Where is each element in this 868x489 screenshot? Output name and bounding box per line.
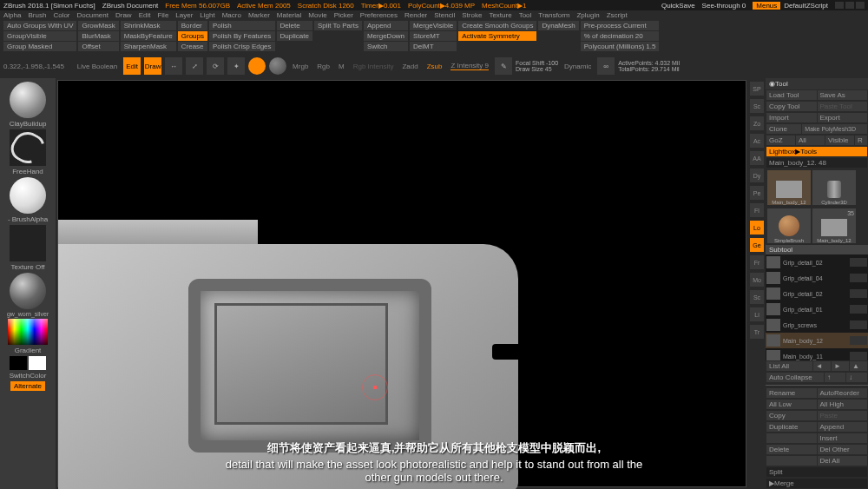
swatch-black[interactable] [10, 356, 27, 370]
menu-layer[interactable]: Layer [175, 11, 193, 19]
copy[interactable]: Copy [766, 411, 817, 420]
quicksave[interactable]: QuickSave [661, 2, 695, 10]
goz-all[interactable]: All [796, 135, 825, 145]
strip-dynamic[interactable]: Dy [750, 169, 764, 182]
seethrough[interactable]: See-through 0 [702, 2, 746, 10]
menu-stencil[interactable]: Stencil [434, 11, 455, 19]
strip-zoom[interactable]: Zo [750, 116, 764, 130]
gizmo-button[interactable]: ✦ [227, 57, 245, 75]
shelf-mergevisible[interactable]: MergeVisible [410, 21, 457, 30]
menu-transform[interactable]: Transform [538, 11, 569, 19]
menu-texture[interactable]: Texture [489, 11, 511, 19]
alternate-button[interactable]: Alternate [10, 381, 45, 391]
live-boolean[interactable]: Live Boolean [77, 63, 117, 70]
del-other[interactable]: Del Other [818, 445, 868, 454]
edit-button[interactable]: Edit [123, 57, 141, 75]
duplicate[interactable]: Duplicate [766, 422, 817, 432]
brush-icon[interactable]: ✎ [495, 57, 512, 75]
tool-thumb-1[interactable]: Cylinder3D [812, 170, 856, 205]
strip-floor[interactable]: Fl [750, 203, 764, 217]
menu-color[interactable]: Color [53, 11, 69, 19]
save-as[interactable]: Save As [818, 90, 868, 100]
strip-scal3d[interactable]: Sc [750, 290, 764, 304]
lightbox-tools[interactable]: Lightbox▶Tools [766, 147, 867, 156]
menu-file[interactable]: File [157, 11, 168, 19]
split[interactable]: Split [766, 467, 867, 477]
auto-collapse[interactable]: Auto Collapse [766, 373, 824, 382]
insert[interactable]: Insert [818, 433, 868, 443]
texture-thumbnail[interactable] [10, 225, 46, 261]
shelf-blurmask[interactable]: BlurMask [78, 31, 118, 41]
z-intensity[interactable]: Z Intensity 9 [450, 62, 489, 70]
subtool-main-body-12[interactable]: Main_body_12 [766, 333, 868, 348]
menus-toggle[interactable]: Menus [753, 2, 780, 10]
switch-color[interactable]: SwitchColor [10, 372, 47, 380]
subtool-grip-detail-02[interactable]: Grip_detail_02 [766, 286, 868, 301]
paste-tool[interactable]: Paste Tool [818, 102, 868, 111]
make-polymesh[interactable]: Make PolyMesh3D [802, 124, 867, 134]
menu-movie[interactable]: Movie [308, 11, 326, 19]
subtool-header[interactable]: Subtool [766, 245, 868, 254]
menu-material[interactable]: Material [277, 11, 301, 19]
link-icon[interactable]: ∞ [597, 57, 615, 75]
zadd[interactable]: Zadd [402, 63, 418, 70]
shelf-polycount-millions-1-5[interactable]: Polycount (Millions) 1.5 [581, 42, 660, 51]
menu-light[interactable]: Light [200, 11, 214, 19]
material-thumbnail[interactable] [10, 273, 46, 309]
arrow-right-icon[interactable]: ► [832, 361, 849, 371]
material-sphere[interactable] [269, 57, 286, 75]
focal-shift[interactable]: Focal Shift -100 [516, 60, 558, 66]
menu-tool[interactable]: Tool [519, 11, 532, 19]
strip-scroll[interactable]: Sc [750, 99, 764, 113]
color-picker[interactable] [8, 319, 48, 345]
tool-thumb-3[interactable]: Main_body_1235 [812, 208, 856, 243]
brush-thumbnail[interactable] [10, 82, 46, 118]
menu-picker[interactable]: Picker [334, 11, 353, 19]
del-all[interactable]: Del All [818, 456, 868, 466]
rotate-button[interactable]: ⟳ [207, 57, 224, 75]
shelf-sharpenmask[interactable]: SharpenMask [121, 42, 176, 51]
all-low[interactable]: All Low [766, 400, 817, 409]
strip-frame[interactable]: Fr [750, 255, 764, 269]
paste[interactable]: Paste [818, 411, 868, 420]
shelf-shrinkmask[interactable]: ShrinkMask [121, 21, 176, 30]
strip-persp[interactable]: Pe [750, 186, 764, 200]
all-high[interactable]: All High [818, 400, 868, 409]
rgb[interactable]: Rgb [317, 63, 330, 70]
shelf-polish[interactable]: Polish [209, 21, 275, 30]
dynamic[interactable]: Dynamic [564, 63, 591, 70]
shelf-split-to-parts[interactable]: Split To Parts [314, 21, 362, 30]
shelf-maskbyfeature[interactable]: MaskByFeature [121, 31, 176, 41]
default-script[interactable]: DefaultZScript [784, 2, 828, 10]
shelf--of-decimation-20[interactable]: % of decimation 20 [581, 31, 660, 41]
strip-line-fill[interactable]: Li [750, 307, 764, 321]
shelf-crease[interactable]: Crease [178, 42, 207, 51]
strip-spix-3[interactable]: SP [750, 82, 764, 96]
arrow-left-icon[interactable]: ◄ [813, 361, 831, 371]
strip-transp[interactable]: Tr [750, 325, 764, 339]
zsub[interactable]: Zsub [427, 63, 443, 70]
menu-edit[interactable]: Edit [139, 11, 151, 19]
menu-macro[interactable]: Macro [222, 11, 241, 19]
goz-r[interactable]: R [855, 135, 867, 145]
clone[interactable]: Clone [766, 124, 801, 134]
copy-tool[interactable]: Copy Tool [766, 102, 817, 111]
menu-zplugin[interactable]: Zplugin [576, 11, 599, 19]
mode-button[interactable] [248, 57, 266, 75]
strip-geoz[interactable]: Ge [750, 238, 764, 252]
m-mode[interactable]: M [339, 63, 345, 70]
shelf-border[interactable]: Border [178, 21, 207, 30]
alpha-thumbnail[interactable] [10, 177, 46, 214]
shelf-switch[interactable]: Switch [364, 42, 408, 51]
subtool-grip-detail-04[interactable]: Grip_detail_04 [766, 270, 868, 286]
menu-draw[interactable]: Draw [115, 11, 132, 19]
import[interactable]: Import [766, 113, 817, 122]
shelf-delete[interactable]: Delete [277, 21, 312, 30]
auto-reorder[interactable]: AutoReorder [818, 388, 868, 398]
delete[interactable]: Delete [766, 445, 817, 454]
menu-render[interactable]: Render [404, 11, 427, 19]
strip-actual[interactable]: Ac [750, 134, 764, 148]
menu-marker[interactable]: Marker [248, 11, 270, 19]
subtool-grip-detail-01[interactable]: Grip_detail_01 [766, 301, 868, 317]
tool-header[interactable]: ◉ Tool [766, 78, 868, 89]
